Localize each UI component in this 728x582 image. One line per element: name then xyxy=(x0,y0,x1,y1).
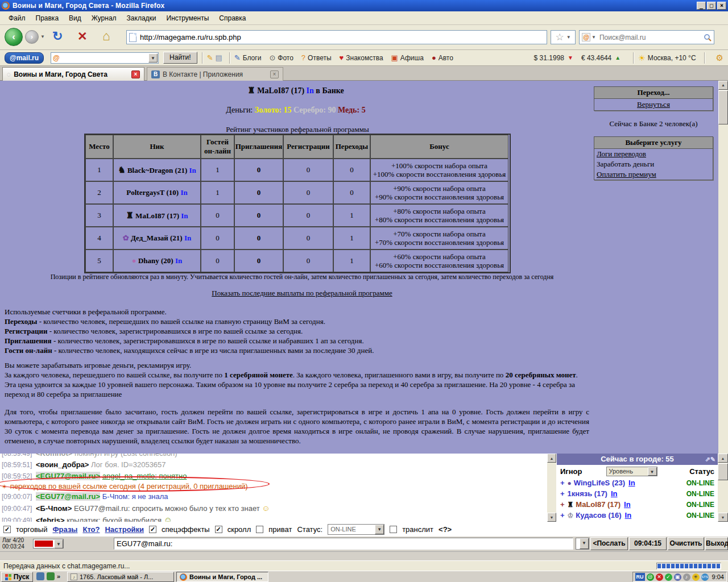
send-button[interactable]: <Послать xyxy=(590,537,628,550)
exit-button[interactable]: Выход xyxy=(705,537,728,550)
menu-file[interactable]: Файл xyxy=(3,13,31,24)
start-button[interactable]: Пуск xyxy=(1,572,33,582)
settings-link[interactable]: Настройки xyxy=(105,525,144,534)
alert-icon[interactable]: ✕ xyxy=(656,573,663,581)
letter-icon[interactable]: ▤ xyxy=(216,53,222,62)
user-in-link[interactable]: In xyxy=(624,500,631,509)
reload-icon[interactable]: ↻ xyxy=(52,29,63,44)
search-engine-icon[interactable]: @ xyxy=(582,33,590,41)
scroll-thumb[interactable] xyxy=(718,90,728,124)
bookmark-dropdown-icon[interactable]: ▼ xyxy=(566,35,571,40)
tab-vk[interactable]: В В Контакте | Приложения × xyxy=(147,67,283,81)
translit-checkbox[interactable] xyxy=(390,526,397,533)
maximize-button[interactable]: □ xyxy=(707,2,716,10)
message-input[interactable] xyxy=(114,538,573,550)
network-icon[interactable]: ▣ xyxy=(674,573,681,581)
page-scrollbar[interactable]: ▲ xyxy=(718,81,728,454)
combo-arrow-icon[interactable]: ▼ xyxy=(148,53,158,63)
close-button[interactable]: × xyxy=(717,2,726,10)
quick-launch-icon[interactable] xyxy=(47,572,55,580)
back-button[interactable]: ‹ xyxy=(5,28,23,46)
panel-scroll-thumb[interactable] xyxy=(718,463,728,480)
link-photo[interactable]: ⊙Фото xyxy=(269,53,293,62)
chat-scrollbar[interactable]: ▲ ▼ xyxy=(547,454,556,522)
chat-scroll-up-button[interactable]: ▲ xyxy=(547,454,556,463)
service-logs-link[interactable]: Логи переводов xyxy=(597,149,646,158)
status-select[interactable]: ON-LINE▼ xyxy=(328,524,384,535)
chat-scroll-down-button[interactable]: ▼ xyxy=(547,513,556,522)
bookmark-control[interactable]: ☆ ▼ xyxy=(551,30,576,44)
link-dating[interactable]: ♥Знакомства xyxy=(340,53,383,62)
user-in-link[interactable]: In xyxy=(625,511,632,519)
private-checkbox[interactable] xyxy=(256,526,263,533)
effects-checkbox[interactable] xyxy=(149,526,156,533)
scroll-up-button[interactable]: ▲ xyxy=(718,81,728,90)
scroll-checkbox[interactable] xyxy=(215,526,222,533)
recipient-select[interactable]: ▼ xyxy=(576,538,589,550)
link-auto[interactable]: ●Авто xyxy=(432,53,453,62)
in-link[interactable]: In xyxy=(181,211,188,220)
sts-icon[interactable]: STS xyxy=(701,573,709,581)
search-bar[interactable]: @ ▼ xyxy=(579,30,714,44)
who-link[interactable]: Кто? xyxy=(82,525,100,534)
expand-plus[interactable]: + xyxy=(560,500,565,509)
mailru-logo[interactable]: @mail.ru xyxy=(5,52,44,64)
bookmark-star-icon[interactable]: ☆ xyxy=(555,31,564,43)
panel-export-icon[interactable]: ⇗ xyxy=(705,456,710,463)
url-input[interactable] xyxy=(140,33,544,41)
in-link[interactable]: In xyxy=(175,256,182,265)
gear-icon[interactable]: ⚙ xyxy=(716,53,723,63)
tab-close-button[interactable]: × xyxy=(131,70,140,78)
in-link[interactable]: In xyxy=(180,188,187,197)
menu-edit[interactable]: Правка xyxy=(31,13,64,24)
expand-plus[interactable]: + xyxy=(560,479,565,487)
color-select-arrow[interactable]: ▼ xyxy=(54,539,63,548)
user-name[interactable]: WingLifeS (23) xyxy=(574,479,625,487)
panel-scroll-up-button[interactable]: ▲ xyxy=(718,454,728,463)
wireless-icon[interactable]: ✳ xyxy=(692,573,700,581)
panel-scroll-down-button[interactable]: ▼ xyxy=(718,513,728,522)
return-link[interactable]: Вернуться xyxy=(637,100,670,109)
player-in-link[interactable]: In xyxy=(307,86,314,95)
tab-game[interactable]: ◌ Воины и Маги, Город Света × xyxy=(2,67,144,81)
search-input[interactable] xyxy=(596,34,704,41)
clear-button[interactable]: Очистить xyxy=(668,537,704,550)
color-select[interactable]: ▼ xyxy=(33,539,64,548)
quick-launch-icon[interactable] xyxy=(36,572,44,580)
panel-scrollbar[interactable]: ▲ ▼ xyxy=(718,454,728,522)
minimize-button[interactable]: _ xyxy=(697,2,706,10)
in-link[interactable]: In xyxy=(189,166,196,174)
task-firefox[interactable]: Воины и Маги, Город ... xyxy=(176,572,268,582)
toolbar-search-combo[interactable]: @ ▼ xyxy=(51,52,159,64)
status-select-arrow[interactable]: ▼ xyxy=(375,525,384,534)
shield-ok-icon[interactable]: ✓ xyxy=(665,573,672,581)
user-in-link[interactable]: In xyxy=(628,479,635,487)
address-bar[interactable] xyxy=(126,30,547,44)
search-dropdown-icon[interactable]: ▼ xyxy=(592,35,596,40)
menu-history[interactable]: Журнал xyxy=(86,13,122,24)
history-dropdown-icon[interactable]: ▼ xyxy=(40,34,45,39)
find-button[interactable]: Найти! xyxy=(163,52,197,64)
user-name[interactable]: Кудасов (16) xyxy=(576,511,621,519)
panel-edit-icon[interactable]: ✎ xyxy=(710,456,715,463)
expand-plus[interactable]: + xyxy=(560,511,565,519)
language-indicator[interactable]: RU xyxy=(635,573,645,581)
service-premium-link[interactable]: Оплатить премиум xyxy=(597,170,656,178)
tab2-close-button[interactable]: × xyxy=(270,70,279,78)
home-icon[interactable]: ⌂ xyxy=(102,28,110,44)
link-afisha[interactable]: ▣Афиша xyxy=(391,53,424,62)
user-name[interactable]: MaLoI87 (17) xyxy=(576,500,621,509)
in-link[interactable]: In xyxy=(184,234,191,242)
payout-link[interactable]: Показать последние выплаты по реферально… xyxy=(0,289,604,298)
trade-checkbox[interactable] xyxy=(3,526,11,533)
antivirus-icon[interactable]: @ xyxy=(647,573,654,581)
level-select[interactable]: Уровень▼ xyxy=(606,467,657,476)
stop-icon[interactable]: ✕ xyxy=(77,30,88,43)
menu-help[interactable]: Справка xyxy=(214,13,251,24)
volume-icon[interactable]: ♪ xyxy=(683,573,690,581)
phrases-link[interactable]: Фразы xyxy=(52,525,77,534)
user-name[interactable]: 1князь (17) xyxy=(568,489,607,498)
user-in-link[interactable]: In xyxy=(611,489,618,498)
menu-bookmarks[interactable]: Закладки xyxy=(122,13,162,24)
menu-view[interactable]: Вид xyxy=(64,13,86,24)
